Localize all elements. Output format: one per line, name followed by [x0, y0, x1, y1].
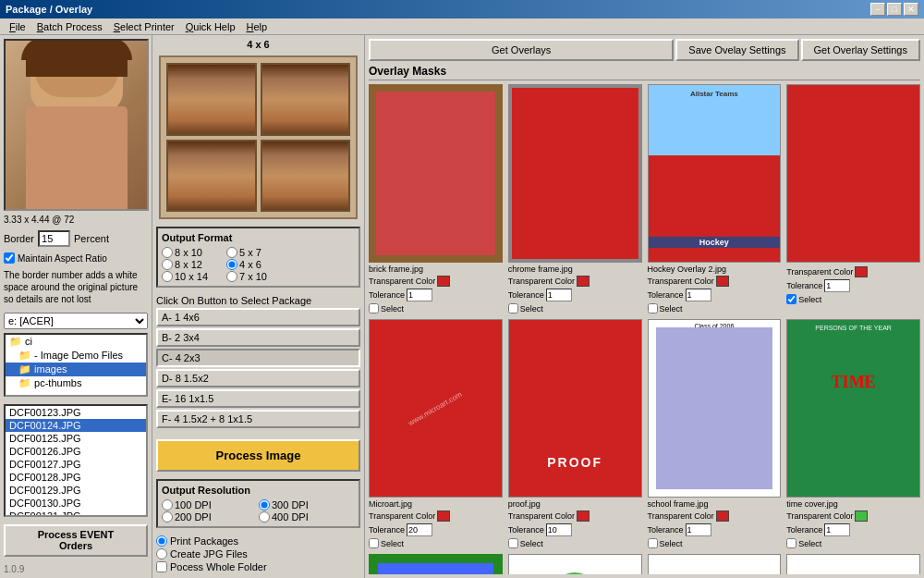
file-item[interactable]: DCF00131.JPG: [6, 510, 146, 516]
menu-quick-help[interactable]: Quick Help: [180, 20, 241, 33]
tolerance-input-microart[interactable]: [407, 523, 432, 536]
format-7x10[interactable]: 7 x 10: [226, 271, 290, 282]
package-btn-f[interactable]: F- 4 1.5x2 + 8 1x1.5: [156, 410, 360, 428]
select-checkbox-chrome[interactable]: [508, 303, 518, 314]
format-8x12[interactable]: 8 x 12: [162, 259, 225, 270]
select-checkbox-microart[interactable]: [369, 538, 379, 548]
menu-file[interactable]: File: [4, 20, 31, 33]
get-overlay-settings-button[interactable]: Get Overlay Settings: [801, 39, 921, 61]
minimize-button[interactable]: −: [870, 3, 885, 16]
file-item[interactable]: DCF00123.JPG: [6, 406, 146, 419]
file-item[interactable]: DCF00126.JPG: [6, 445, 146, 458]
select-label-proof: Select: [520, 539, 543, 548]
transparent-color-label6: Transparent Color: [508, 511, 575, 521]
preview-box: [4, 39, 149, 211]
overlay-thumb-xmas2[interactable]: [508, 554, 642, 574]
tolerance-input-brick[interactable]: [407, 289, 432, 301]
color-swatch-red[interactable]: [855, 266, 868, 277]
color-swatch-hockey[interactable]: [716, 276, 729, 287]
maximize-button[interactable]: □: [887, 3, 902, 16]
format-10x14[interactable]: 10 x 14: [162, 271, 225, 282]
package-btn-a[interactable]: A- 1 4x6: [156, 308, 360, 326]
tolerance-input-time[interactable]: [824, 523, 850, 536]
select-checkbox-red[interactable]: [786, 294, 796, 304]
overlay-thumb-proof[interactable]: PROOF: [508, 319, 642, 498]
file-item[interactable]: DCF00129.JPG: [6, 484, 146, 497]
folder-tree[interactable]: 📁 ci 📁 - Image Demo Files 📁 images 📁 pc-…: [4, 333, 148, 398]
tree-item-demo[interactable]: 📁 - Image Demo Files: [6, 349, 146, 363]
res-300dpi[interactable]: 300 DPI: [259, 499, 355, 510]
transparent-color-label8: Transparent Color: [786, 511, 853, 521]
overlay-name-proof: proof.jpg: [508, 499, 642, 509]
package-btn-b[interactable]: B- 2 3x4: [156, 328, 360, 347]
opt-create-jpg[interactable]: Create JPG Files: [156, 548, 360, 560]
menu-bar: File Batch Process Select Printer Quick …: [0, 18, 924, 35]
select-checkbox-hockey[interactable]: [648, 303, 658, 314]
overlay-thumb-microart[interactable]: www.microart.com: [369, 319, 503, 498]
package-btn-d[interactable]: D- 8 1.5x2: [156, 369, 360, 387]
tolerance-input-proof[interactable]: [546, 523, 572, 536]
res-200dpi[interactable]: 200 DPI: [162, 511, 258, 523]
drive-select[interactable]: e: [ACER]: [4, 313, 148, 329]
window-controls: − □ ✕: [870, 3, 918, 16]
save-overlay-settings-button[interactable]: Save Ovelay Settings: [675, 39, 798, 61]
transparent-color-label7: Transparent Color: [648, 511, 714, 521]
color-swatch-school[interactable]: [716, 510, 729, 522]
file-item-selected[interactable]: DCF00124.JPG: [6, 419, 146, 432]
get-overlays-button[interactable]: Get Overlays: [369, 39, 674, 61]
overlay-thumb-xmas1[interactable]: [369, 554, 503, 574]
color-swatch-time[interactable]: [855, 510, 868, 522]
overlay-thumb-chrome[interactable]: [508, 84, 642, 263]
overlay-thumb-brick[interactable]: [369, 84, 503, 263]
package-btn-c[interactable]: C- 4 2x3: [156, 349, 360, 367]
file-item[interactable]: DCF00130.JPG: [6, 497, 146, 510]
file-item[interactable]: DCF00125.JPG: [6, 432, 146, 445]
opt-process-whole[interactable]: Pocess Whole Folder: [156, 561, 360, 572]
close-button[interactable]: ✕: [904, 3, 918, 16]
overlay-name-school: school frame.jpg: [648, 499, 782, 509]
res-100dpi[interactable]: 100 DPI: [162, 499, 258, 510]
res-400dpi[interactable]: 400 DPI: [259, 511, 355, 523]
overlay-thumb-school[interactable]: Class of 2006: [648, 319, 782, 498]
overlay-name-brick: brick frame.jpg: [369, 264, 503, 274]
select-checkbox-time[interactable]: [786, 538, 796, 548]
menu-help[interactable]: Help: [241, 20, 274, 33]
select-checkbox-school[interactable]: [648, 538, 658, 548]
menu-batch-process[interactable]: Batch Process: [31, 20, 108, 33]
tolerance-row-hockey: Tolerance: [648, 289, 782, 301]
color-swatch-proof[interactable]: [577, 510, 590, 522]
tolerance-input-chrome[interactable]: [546, 289, 572, 301]
tolerance-input-hockey[interactable]: [686, 289, 711, 301]
select-checkbox-proof[interactable]: [508, 538, 518, 548]
overlay-thumb-red[interactable]: [786, 84, 920, 263]
tree-item-thumbs[interactable]: 📁 pc-thumbs: [6, 376, 146, 390]
color-swatch-chrome[interactable]: [577, 276, 590, 287]
format-5x7[interactable]: 5 x 7: [226, 247, 290, 258]
maintain-aspect-checkbox[interactable]: [4, 252, 15, 264]
overlay-thumb-hockey[interactable]: Allstar Teams Hockey: [648, 84, 782, 263]
format-4x6[interactable]: 4 x 6: [226, 259, 290, 270]
file-item[interactable]: DCF00127.JPG: [6, 458, 146, 471]
tree-item-images[interactable]: 📁 images: [6, 363, 146, 376]
tolerance-label8: Tolerance: [786, 525, 822, 535]
package-btn-e[interactable]: E- 16 1x1.5: [156, 389, 360, 408]
middle-panel: 4 x 6: [152, 35, 365, 578]
process-event-button[interactable]: Process EVENTOrders: [4, 524, 148, 557]
color-swatch-microart[interactable]: [437, 510, 450, 522]
process-image-button[interactable]: Process Image: [156, 439, 360, 472]
file-list[interactable]: DCF00123.JPG DCF00124.JPG DCF00125.JPG D…: [4, 404, 148, 516]
opt-print-packages[interactable]: Print Packages: [156, 535, 360, 547]
overlay-thumb-time[interactable]: PERSONS OF THE YEAR TIME: [786, 319, 920, 498]
format-8x10[interactable]: 8 x 10: [162, 247, 225, 258]
color-swatch-brick[interactable]: [437, 276, 450, 287]
tolerance-input-school[interactable]: [686, 523, 711, 536]
menu-select-printer[interactable]: Select Printer: [108, 20, 180, 33]
file-item[interactable]: DCF00128.JPG: [6, 471, 146, 484]
tolerance-input-red[interactable]: [824, 279, 850, 292]
border-input[interactable]: [38, 230, 70, 247]
tree-item-ci[interactable]: 📁 ci: [6, 335, 146, 349]
select-checkbox-brick[interactable]: [369, 303, 379, 314]
overlay-thumb-empty2[interactable]: [786, 554, 920, 574]
overlay-hockey: Allstar Teams Hockey Hockey Overlay 2.jp…: [648, 84, 782, 314]
overlay-thumb-empty1[interactable]: [648, 554, 782, 574]
